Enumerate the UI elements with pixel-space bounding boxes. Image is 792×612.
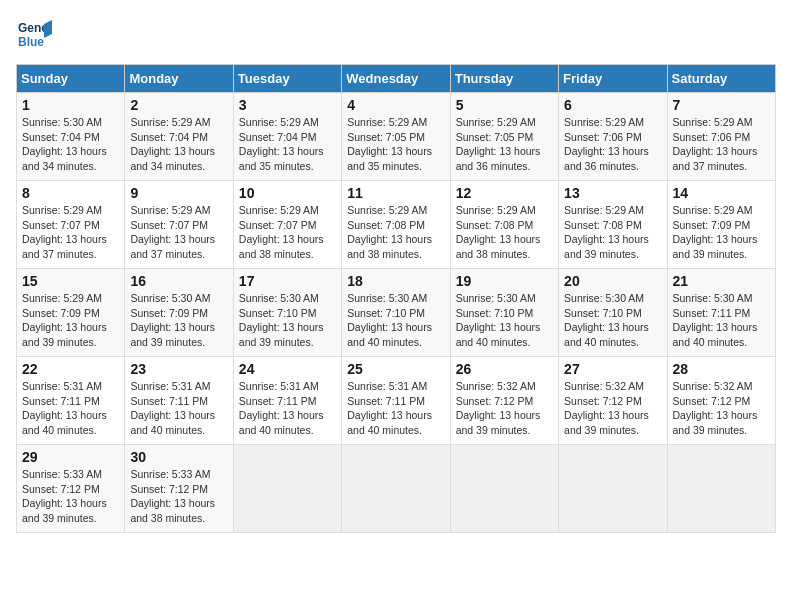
sunset-label: Sunset: 7:10 PM	[347, 307, 425, 319]
col-monday: Monday	[125, 65, 233, 93]
calendar-day-cell: 9 Sunrise: 5:29 AM Sunset: 7:07 PM Dayli…	[125, 181, 233, 269]
sunset-label: Sunset: 7:09 PM	[22, 307, 100, 319]
sunrise-label: Sunrise: 5:29 AM	[564, 116, 644, 128]
day-info: Sunrise: 5:30 AM Sunset: 7:10 PM Dayligh…	[239, 291, 336, 350]
sunset-label: Sunset: 7:12 PM	[22, 483, 100, 495]
sunrise-label: Sunrise: 5:32 AM	[456, 380, 536, 392]
daylight-label: Daylight: 13 hours and 37 minutes.	[22, 233, 107, 260]
sunrise-label: Sunrise: 5:31 AM	[22, 380, 102, 392]
page-header: General Blue	[16, 16, 776, 52]
calendar-day-cell: 21 Sunrise: 5:30 AM Sunset: 7:11 PM Dayl…	[667, 269, 775, 357]
sunset-label: Sunset: 7:07 PM	[130, 219, 208, 231]
day-info: Sunrise: 5:30 AM Sunset: 7:10 PM Dayligh…	[347, 291, 444, 350]
day-info: Sunrise: 5:31 AM Sunset: 7:11 PM Dayligh…	[239, 379, 336, 438]
day-info: Sunrise: 5:29 AM Sunset: 7:09 PM Dayligh…	[22, 291, 119, 350]
sunset-label: Sunset: 7:07 PM	[22, 219, 100, 231]
day-info: Sunrise: 5:32 AM Sunset: 7:12 PM Dayligh…	[673, 379, 770, 438]
sunrise-label: Sunrise: 5:31 AM	[239, 380, 319, 392]
calendar-day-cell: 26 Sunrise: 5:32 AM Sunset: 7:12 PM Dayl…	[450, 357, 558, 445]
day-number: 17	[239, 273, 336, 289]
daylight-label: Daylight: 13 hours and 36 minutes.	[564, 145, 649, 172]
sunset-label: Sunset: 7:08 PM	[456, 219, 534, 231]
day-number: 14	[673, 185, 770, 201]
calendar-day-cell: 14 Sunrise: 5:29 AM Sunset: 7:09 PM Dayl…	[667, 181, 775, 269]
calendar-week-row: 8 Sunrise: 5:29 AM Sunset: 7:07 PM Dayli…	[17, 181, 776, 269]
sunrise-label: Sunrise: 5:29 AM	[456, 116, 536, 128]
sunset-label: Sunset: 7:09 PM	[130, 307, 208, 319]
sunrise-label: Sunrise: 5:30 AM	[456, 292, 536, 304]
svg-text:Blue: Blue	[18, 35, 44, 49]
daylight-label: Daylight: 13 hours and 37 minutes.	[130, 233, 215, 260]
sunrise-label: Sunrise: 5:29 AM	[22, 292, 102, 304]
day-number: 25	[347, 361, 444, 377]
sunset-label: Sunset: 7:11 PM	[22, 395, 100, 407]
daylight-label: Daylight: 13 hours and 39 minutes.	[22, 321, 107, 348]
sunrise-label: Sunrise: 5:29 AM	[239, 204, 319, 216]
daylight-label: Daylight: 13 hours and 39 minutes.	[673, 409, 758, 436]
day-info: Sunrise: 5:32 AM Sunset: 7:12 PM Dayligh…	[456, 379, 553, 438]
day-number: 19	[456, 273, 553, 289]
day-number: 6	[564, 97, 661, 113]
calendar-day-cell: 11 Sunrise: 5:29 AM Sunset: 7:08 PM Dayl…	[342, 181, 450, 269]
sunset-label: Sunset: 7:12 PM	[456, 395, 534, 407]
day-info: Sunrise: 5:32 AM Sunset: 7:12 PM Dayligh…	[564, 379, 661, 438]
sunset-label: Sunset: 7:04 PM	[239, 131, 317, 143]
calendar-day-cell: 10 Sunrise: 5:29 AM Sunset: 7:07 PM Dayl…	[233, 181, 341, 269]
sunset-label: Sunset: 7:10 PM	[239, 307, 317, 319]
day-number: 13	[564, 185, 661, 201]
day-info: Sunrise: 5:29 AM Sunset: 7:07 PM Dayligh…	[130, 203, 227, 262]
day-info: Sunrise: 5:29 AM Sunset: 7:04 PM Dayligh…	[130, 115, 227, 174]
day-number: 21	[673, 273, 770, 289]
empty-cell	[450, 445, 558, 533]
sunset-label: Sunset: 7:12 PM	[130, 483, 208, 495]
sunset-label: Sunset: 7:04 PM	[130, 131, 208, 143]
sunrise-label: Sunrise: 5:31 AM	[130, 380, 210, 392]
sunrise-label: Sunrise: 5:29 AM	[673, 116, 753, 128]
sunset-label: Sunset: 7:05 PM	[347, 131, 425, 143]
daylight-label: Daylight: 13 hours and 39 minutes.	[130, 321, 215, 348]
daylight-label: Daylight: 13 hours and 37 minutes.	[673, 145, 758, 172]
sunrise-label: Sunrise: 5:32 AM	[673, 380, 753, 392]
sunset-label: Sunset: 7:06 PM	[673, 131, 751, 143]
sunset-label: Sunset: 7:08 PM	[564, 219, 642, 231]
day-info: Sunrise: 5:30 AM Sunset: 7:10 PM Dayligh…	[564, 291, 661, 350]
calendar-day-cell: 30 Sunrise: 5:33 AM Sunset: 7:12 PM Dayl…	[125, 445, 233, 533]
calendar-week-row: 1 Sunrise: 5:30 AM Sunset: 7:04 PM Dayli…	[17, 93, 776, 181]
calendar-header-row: Sunday Monday Tuesday Wednesday Thursday…	[17, 65, 776, 93]
day-number: 11	[347, 185, 444, 201]
day-info: Sunrise: 5:30 AM Sunset: 7:10 PM Dayligh…	[456, 291, 553, 350]
day-number: 3	[239, 97, 336, 113]
day-info: Sunrise: 5:29 AM Sunset: 7:07 PM Dayligh…	[22, 203, 119, 262]
sunset-label: Sunset: 7:04 PM	[22, 131, 100, 143]
day-number: 29	[22, 449, 119, 465]
empty-cell	[233, 445, 341, 533]
day-info: Sunrise: 5:31 AM Sunset: 7:11 PM Dayligh…	[347, 379, 444, 438]
calendar-day-cell: 15 Sunrise: 5:29 AM Sunset: 7:09 PM Dayl…	[17, 269, 125, 357]
daylight-label: Daylight: 13 hours and 39 minutes.	[239, 321, 324, 348]
sunset-label: Sunset: 7:11 PM	[130, 395, 208, 407]
sunset-label: Sunset: 7:05 PM	[456, 131, 534, 143]
daylight-label: Daylight: 13 hours and 39 minutes.	[22, 497, 107, 524]
day-info: Sunrise: 5:30 AM Sunset: 7:09 PM Dayligh…	[130, 291, 227, 350]
day-number: 20	[564, 273, 661, 289]
day-number: 5	[456, 97, 553, 113]
day-info: Sunrise: 5:29 AM Sunset: 7:08 PM Dayligh…	[456, 203, 553, 262]
sunset-label: Sunset: 7:12 PM	[564, 395, 642, 407]
day-number: 2	[130, 97, 227, 113]
day-number: 9	[130, 185, 227, 201]
sunrise-label: Sunrise: 5:29 AM	[22, 204, 102, 216]
daylight-label: Daylight: 13 hours and 40 minutes.	[456, 321, 541, 348]
day-info: Sunrise: 5:29 AM Sunset: 7:05 PM Dayligh…	[347, 115, 444, 174]
sunrise-label: Sunrise: 5:30 AM	[239, 292, 319, 304]
day-number: 27	[564, 361, 661, 377]
sunrise-label: Sunrise: 5:31 AM	[347, 380, 427, 392]
day-number: 8	[22, 185, 119, 201]
daylight-label: Daylight: 13 hours and 39 minutes.	[456, 409, 541, 436]
daylight-label: Daylight: 13 hours and 38 minutes.	[130, 497, 215, 524]
daylight-label: Daylight: 13 hours and 38 minutes.	[239, 233, 324, 260]
sunrise-label: Sunrise: 5:29 AM	[347, 116, 427, 128]
col-sunday: Sunday	[17, 65, 125, 93]
day-number: 26	[456, 361, 553, 377]
col-wednesday: Wednesday	[342, 65, 450, 93]
day-number: 12	[456, 185, 553, 201]
